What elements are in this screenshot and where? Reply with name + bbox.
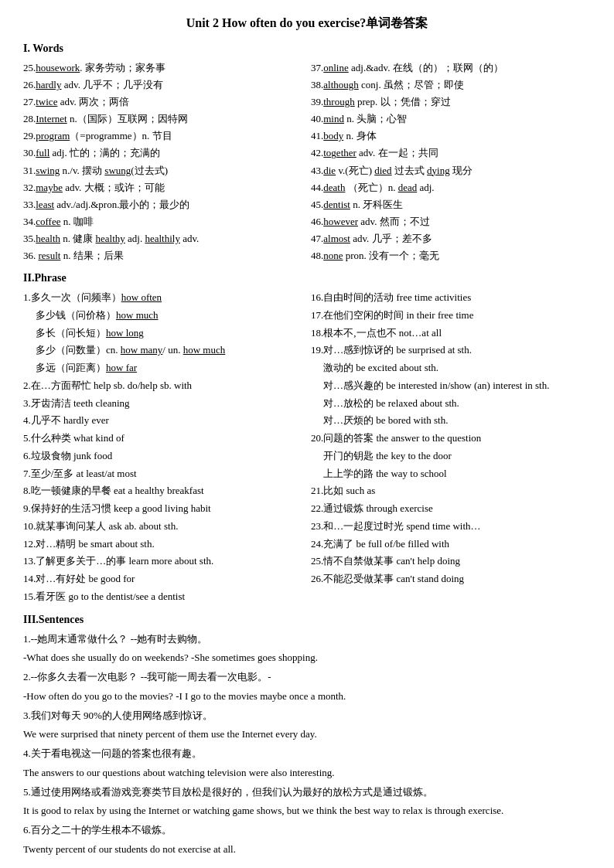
phrase-20c: 上上学的路 the way to school [311, 465, 591, 483]
word-entry-27: 27.twice adv. 两次；两倍 [23, 94, 303, 111]
phrase-8: 8.吃一顿健康的早餐 eat a healthy breakfast [23, 482, 303, 500]
phrase-5: 5.什么种类 what kind of [23, 430, 303, 448]
phrase-13: 13.了解更多关于…的事 learn more about sth. [23, 553, 303, 570]
word-entry-36: 36. result n. 结果；后果 [23, 247, 303, 264]
words-col-left: 25.housework. 家务劳动；家务事 26.hardly adv. 几乎… [23, 60, 303, 264]
phrase-14: 14.对…有好处 be good for [23, 570, 303, 588]
word-entry-30: 30.full adj. 忙的；满的；充满的 [23, 145, 303, 162]
sentence-2-cn: 2.--你多久去看一次电影？ --我可能一周去看一次电影。- [23, 669, 591, 686]
word-entry-26: 26.hardly adv. 几乎不；几乎没有 [23, 77, 303, 94]
word-entry-33: 33.least adv./adj.&pron.最小的；最少的 [23, 196, 303, 213]
word-entry-31: 31.swing n./v. 摆动 swung(过去式) [23, 162, 303, 179]
word-entry-29: 29.program（=programme）n. 节目 [23, 128, 303, 145]
sentence-2-en: -How often do you go to the movies? -I I… [23, 688, 591, 706]
word-entry-42: 42.together adv. 在一起；共同 [311, 145, 591, 162]
phrase-19a: 19.对…感到惊讶的 be surprised at sth. [311, 342, 591, 359]
phrase-3: 3.牙齿清洁 teeth cleaning [23, 395, 303, 413]
word-entry-37: 37.online adj.&adv. 在线（的）；联网（的） [311, 60, 591, 77]
phrase-19c: 对…感兴趣的 be interested in/show (an) intere… [311, 377, 591, 395]
phrases-section: II.Phrase 1.多久一次（问频率）how often 多少钱（问价格）h… [23, 272, 591, 606]
sentence-1-cn: 1.--她周末通常做什么？ --她有时去购物。 [23, 631, 591, 648]
phrases-col-right: 16.自由时间的活动 free time activities 17.在他们空闲… [311, 289, 591, 606]
word-entry-25: 25.housework. 家务劳动；家务事 [23, 60, 303, 77]
sentence-1-en: -What does she usually do on weekends? -… [23, 649, 591, 667]
phrase-19b: 激动的 be excited about sth. [311, 359, 591, 377]
word-entry-43: 43.die v.(死亡) died 过去式 dying 现分 [311, 162, 591, 179]
phrase-26: 26.不能忍受做某事 can't stand doing [311, 570, 591, 588]
sentence-4-cn: 4.关于看电视这一问题的答案也很有趣。 [23, 745, 591, 763]
phrase-1e: 多远（问距离）how far [23, 359, 303, 377]
phrase-2: 2.在…方面帮忙 help sb. do/help sb. with [23, 377, 303, 395]
phrase-6: 6.垃圾食物 junk food [23, 448, 303, 465]
word-entry-28: 28.Internet n.（国际）互联网；因特网 [23, 111, 303, 128]
sentence-5-en: It is good to relax by using the Interne… [23, 802, 591, 820]
phrase-10: 10.就某事询问某人 ask ab. about sth. [23, 518, 303, 536]
phrase-19e: 对…厌烦的 be bored with sth. [311, 412, 591, 430]
sentence-6-en: Twenty percent of our students do not ex… [23, 841, 591, 859]
phrases-col-left: 1.多久一次（问频率）how often 多少钱（问价格）how much 多长… [23, 289, 303, 606]
phrase-22: 22.通过锻炼 through exercise [311, 500, 591, 518]
phrase-9: 9.保持好的生活习惯 keep a good living habit [23, 500, 303, 518]
words-col-right: 37.online adj.&adv. 在线（的）；联网（的） 38.altho… [311, 60, 591, 264]
word-entry-34: 34.coffee n. 咖啡 [23, 213, 303, 230]
phrase-25: 25.情不自禁做某事 can't help doing [311, 553, 591, 570]
phrase-1c: 多长（问长短）how long [23, 325, 303, 342]
phrase-1a: 1.多久一次（问频率）how often [23, 289, 303, 307]
word-entry-47: 47.almost adv. 几乎；差不多 [311, 230, 591, 247]
sentences-section: III.Sentences 1.--她周末通常做什么？ --她有时去购物。 -W… [23, 614, 591, 859]
phrase-20b: 开门的钥匙 the key to the door [311, 448, 591, 465]
phrase-12: 12.对…精明 be smart about sth. [23, 536, 303, 553]
words-section: I. Words 25.housework. 家务劳动；家务事 26.hardl… [23, 43, 591, 264]
word-entry-44: 44.death （死亡）n. dead adj. [311, 179, 591, 196]
phrase-16: 16.自由时间的活动 free time activities [311, 289, 591, 307]
word-entry-46: 46.however adv. 然而；不过 [311, 213, 591, 230]
phrase-20a: 20.问题的答案 the answer to the question [311, 430, 591, 448]
word-entry-32: 32.maybe adv. 大概；或许；可能 [23, 179, 303, 196]
page-title: Unit 2 How often do you exercise?单词卷答案 [23, 15, 591, 32]
phrase-4: 4.几乎不 hardly ever [23, 412, 303, 430]
phrase-17: 17.在他们空闲的时间 in their free time [311, 307, 591, 325]
sentences-section-title: III.Sentences [23, 614, 591, 626]
phrases-section-title: II.Phrase [23, 272, 591, 284]
phrase-7: 7.至少/至多 at least/at most [23, 465, 303, 483]
sentence-5-cn: 5.通过使用网络或看游戏竞赛类节目放松是很好的，但我们认为最好的放松方式是通过锻… [23, 784, 591, 802]
sentence-4-en: The answers to our questions about watch… [23, 764, 591, 782]
phrase-24: 24.充满了 be full of/be filled with [311, 536, 591, 553]
phrase-15: 15.看牙医 go to the dentist/see a dentist [23, 588, 303, 606]
word-entry-35: 35.health n. 健康 healthy adj. healthily a… [23, 230, 303, 247]
phrase-19d: 对…放松的 be relaxed about sth. [311, 395, 591, 413]
words-section-title: I. Words [23, 43, 591, 55]
sentence-3-en: We were surprised that ninety percent of… [23, 726, 591, 744]
phrase-18: 18.根本不,一点也不 not…at all [311, 325, 591, 342]
word-entry-41: 41.body n. 身体 [311, 128, 591, 145]
word-entry-45: 45.dentist n. 牙科医生 [311, 196, 591, 213]
phrase-23: 23.和…一起度过时光 spend time with… [311, 518, 591, 536]
sentence-6-cn: 6.百分之二十的学生根本不锻炼。 [23, 822, 591, 839]
word-entry-38: 38.although conj. 虽然；尽管；即使 [311, 77, 591, 94]
phrase-21: 21.比如 such as [311, 482, 591, 500]
word-entry-48: 48.none pron. 没有一个；毫无 [311, 247, 591, 264]
phrase-1d: 多少（问数量）cn. how many/ un. how much [23, 342, 303, 359]
word-entry-39: 39.through prep. 以；凭借；穿过 [311, 94, 591, 111]
word-entry-40: 40.mind n. 头脑；心智 [311, 111, 591, 128]
sentence-3-cn: 3.我们对每天 90%的人使用网络感到惊讶。 [23, 707, 591, 725]
phrase-1b: 多少钱（问价格）how much [23, 307, 303, 325]
